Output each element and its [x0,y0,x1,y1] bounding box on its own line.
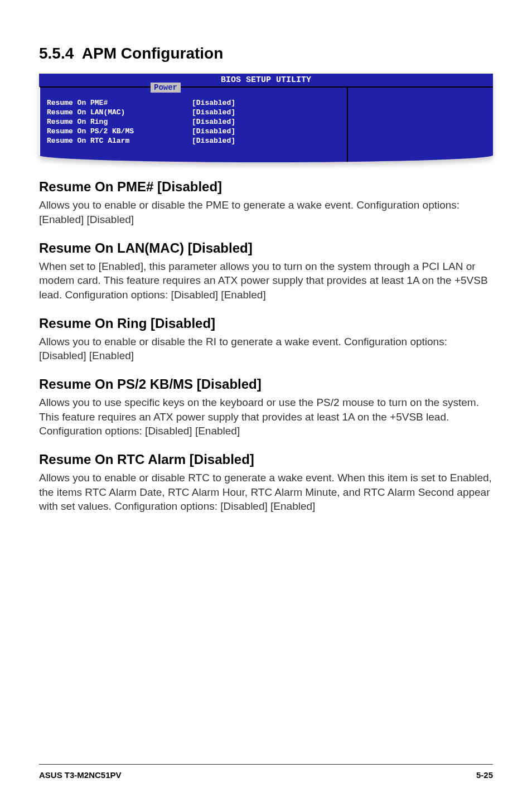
item-heading: Resume On PME# [Disabled] [39,179,493,195]
bios-label: Resume On LAN(MAC) [47,108,192,118]
bios-row: Resume On Ring [Disabled] [47,118,340,127]
bios-value: [Disabled] [192,137,340,146]
bios-label: Resume On PS/2 KB/MS [47,127,192,137]
bios-body: Resume On PME# [Disabled] Resume On LAN(… [39,86,493,162]
footer-right: 5-25 [476,770,493,780]
item-heading: Resume On PS/2 KB/MS [Disabled] [39,376,493,392]
bios-tab-power: Power [151,83,181,93]
bios-row: Resume On LAN(MAC) [Disabled] [47,108,340,118]
item-body: Allows you to enable or disable the PME … [39,198,493,226]
bios-label: Resume On Ring [47,118,192,127]
bios-window: BIOS SETUP UTILITY Power Resume On PME# … [39,74,493,162]
bios-value: [Disabled] [192,99,340,108]
item-body: Allows you to enable or disable the RI t… [39,335,493,363]
bios-label: Resume On PME# [47,99,192,108]
bios-row: Resume On PME# [Disabled] [47,99,340,108]
bios-right-panel [348,86,493,162]
footer-left: ASUS T3-M2NC51PV [39,770,122,780]
bios-row: Resume On RTC Alarm [Disabled] [47,137,340,146]
section-title: 5.5.4 APM Configuration [39,45,493,62]
bios-header-text: BIOS SETUP UTILITY [221,75,311,85]
item-heading: Resume On RTC Alarm [Disabled] [39,452,493,467]
item-body: Allows you to enable or disable RTC to g… [39,471,493,514]
item-heading: Resume On Ring [Disabled] [39,316,493,331]
bios-row: Resume On PS/2 KB/MS [Disabled] [47,127,340,137]
item-heading: Resume On LAN(MAC) [Disabled] [39,240,493,256]
bios-value: [Disabled] [192,118,340,127]
item-body: Allows you to use specific keys on the k… [39,395,493,438]
section-heading: APM Configuration [82,45,224,62]
item-body: When set to [Enabled], this parameter al… [39,259,493,302]
section-number: 5.5.4 [39,45,74,62]
bios-label: Resume On RTC Alarm [47,137,192,146]
page-footer: ASUS T3-M2NC51PV 5-25 [39,764,493,780]
bios-left-panel: Resume On PME# [Disabled] Resume On LAN(… [39,86,348,162]
bios-header: BIOS SETUP UTILITY Power [39,74,493,86]
bios-value: [Disabled] [192,127,340,137]
bios-value: [Disabled] [192,108,340,118]
